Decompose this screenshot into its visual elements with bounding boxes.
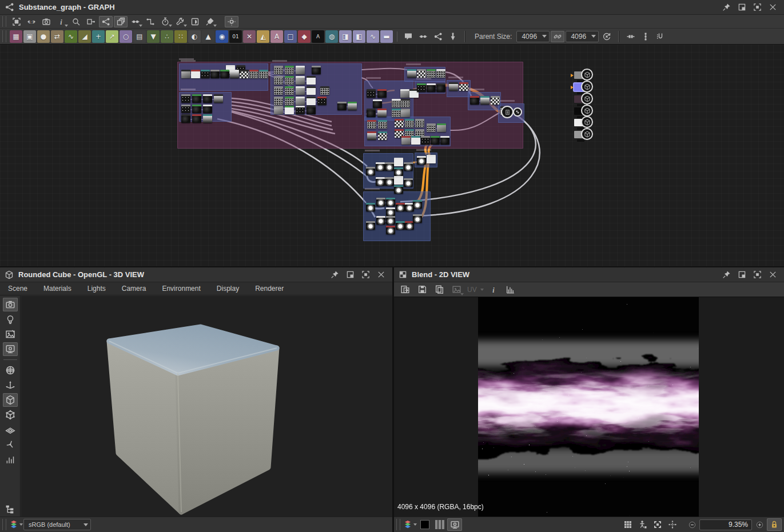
graph-node[interactable] <box>385 162 394 171</box>
pan-button[interactable] <box>665 518 680 531</box>
square-dot-node[interactable]: ◧ <box>353 30 365 43</box>
float-window-icon[interactable] <box>346 270 355 279</box>
tools-button[interactable] <box>173 16 187 27</box>
wirecube-button[interactable] <box>3 408 18 422</box>
graph-node[interactable] <box>366 203 375 211</box>
dot-button[interactable] <box>416 31 430 42</box>
graph-canvas[interactable] <box>0 45 784 266</box>
graph-node[interactable] <box>376 198 385 206</box>
graph-node[interactable] <box>436 83 445 92</box>
graph-node[interactable] <box>394 185 403 194</box>
graph-node[interactable] <box>192 114 201 123</box>
exposure-button[interactable] <box>188 16 202 27</box>
graph-node[interactable] <box>203 114 212 123</box>
graph-node[interactable] <box>470 96 479 105</box>
close-icon[interactable] <box>769 3 777 11</box>
graph-node[interactable] <box>421 136 430 145</box>
graph-node[interactable] <box>396 221 405 230</box>
pin-icon[interactable] <box>722 270 731 279</box>
graph-node[interactable] <box>181 105 190 113</box>
graph-node[interactable] <box>436 69 445 78</box>
export-button[interactable] <box>397 283 412 296</box>
graph-node[interactable] <box>427 69 436 78</box>
graph-node[interactable] <box>249 70 258 78</box>
copy-button[interactable] <box>432 283 447 296</box>
histogram-button[interactable] <box>503 283 518 296</box>
graph-node[interactable] <box>307 97 316 105</box>
uv-mode-label[interactable]: UV <box>467 286 477 294</box>
graph-node[interactable] <box>427 123 436 132</box>
curve-dot-node[interactable]: ∿ <box>367 30 379 43</box>
compute-time-button[interactable] <box>158 16 172 27</box>
sphere-node[interactable]: ◐ <box>188 30 201 43</box>
zoom-button[interactable] <box>69 16 83 27</box>
graph-node[interactable] <box>285 86 294 95</box>
graph-node[interactable] <box>285 66 294 74</box>
graph-node[interactable] <box>210 70 220 78</box>
graph-node[interactable] <box>274 66 283 74</box>
save-button[interactable] <box>415 283 429 296</box>
zoom-in-button[interactable] <box>752 518 767 531</box>
graph-node[interactable] <box>376 162 385 171</box>
graph-node[interactable] <box>395 119 404 127</box>
graph-node[interactable] <box>192 94 201 103</box>
graph-node[interactable] <box>373 99 382 108</box>
graph-node[interactable] <box>449 82 458 91</box>
graph-node[interactable] <box>392 99 401 107</box>
graph-node[interactable] <box>259 70 268 78</box>
selection-node[interactable]: □ <box>284 30 297 43</box>
graph-node[interactable] <box>396 203 405 211</box>
graph-node[interactable] <box>377 89 387 98</box>
text-node[interactable]: A <box>270 30 283 43</box>
graph-node[interactable] <box>480 96 489 105</box>
background-color-swatch[interactable] <box>420 520 429 529</box>
menu-environment[interactable]: Environment <box>154 285 208 293</box>
extrude-node[interactable]: ▼ <box>147 30 160 43</box>
reset-size-button[interactable] <box>600 31 614 42</box>
comment-button[interactable] <box>401 31 415 42</box>
graph-node[interactable] <box>203 94 212 103</box>
graph-mode-button[interactable] <box>99 16 113 27</box>
graph-node[interactable] <box>417 69 426 78</box>
envimg-button[interactable] <box>3 327 18 341</box>
float-window-icon[interactable] <box>738 270 746 279</box>
maximize-icon[interactable] <box>753 3 762 11</box>
graph-node[interactable] <box>400 89 409 98</box>
bulb-button[interactable] <box>3 313 18 326</box>
bezier-node[interactable]: ✕ <box>243 30 256 43</box>
bitmap-node[interactable]: ▦ <box>10 30 22 43</box>
graph-node[interactable] <box>427 155 436 163</box>
graph-output-circle[interactable] <box>501 106 514 118</box>
mirror-node[interactable]: ◭ <box>257 30 269 43</box>
toolbar-grip[interactable] <box>2 16 6 26</box>
graph-node[interactable] <box>407 69 416 78</box>
graph-node[interactable] <box>376 177 385 186</box>
parent-size-height-select[interactable]: 4096 <box>566 31 599 42</box>
graph-node[interactable] <box>367 120 376 129</box>
graph-node[interactable] <box>285 97 294 105</box>
graph-node[interactable] <box>386 207 395 216</box>
graph-node[interactable] <box>320 86 329 95</box>
frame-button[interactable] <box>431 31 445 42</box>
graph-node[interactable] <box>220 70 229 78</box>
display-filter-button[interactable] <box>447 518 462 531</box>
maximize-icon[interactable] <box>753 270 762 279</box>
color-wheel-node[interactable]: ◉ <box>216 30 228 43</box>
close-icon[interactable] <box>377 270 385 279</box>
menu-display[interactable]: Display <box>209 285 247 293</box>
link-size-button[interactable] <box>551 31 564 42</box>
graph-node[interactable] <box>367 109 376 117</box>
align-nodes-button[interactable] <box>639 31 652 42</box>
graph-node[interactable] <box>296 106 305 114</box>
graph-node[interactable] <box>366 167 375 175</box>
camera-button[interactable] <box>3 298 18 311</box>
graph-node[interactable] <box>348 102 357 110</box>
graph-node[interactable] <box>378 131 387 140</box>
parent-size-width-select[interactable]: 4096 <box>516 31 550 42</box>
menu-scene[interactable]: Scene <box>0 285 35 293</box>
connect-nodes-button[interactable] <box>624 31 638 42</box>
pin-icon[interactable] <box>722 3 731 11</box>
zoom-1-1-button[interactable] <box>25 16 38 27</box>
color-layers-icon[interactable] <box>403 518 417 531</box>
fit-selection-button[interactable] <box>10 16 23 27</box>
